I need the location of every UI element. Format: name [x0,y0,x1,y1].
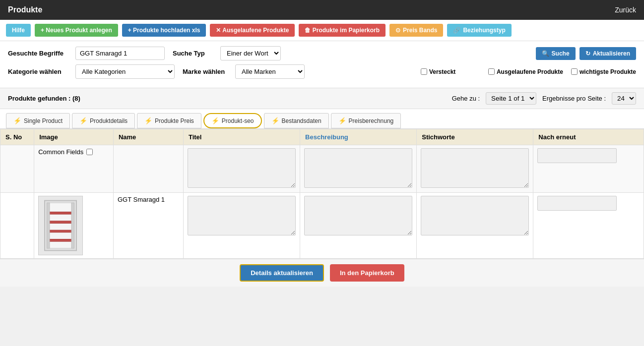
common-stichworte-cell[interactable] [417,145,533,193]
tab-single-product-label: Single Product [24,117,63,124]
common-stichworte-textarea[interactable] [421,148,529,188]
col-titel: Titel [183,129,300,145]
row-beschreibung-textarea[interactable] [304,196,412,235]
back-link[interactable]: Zurück [615,6,636,14]
flash-icon-4: ⚡ [211,117,219,124]
col-stichworte: Stichworte [417,129,533,145]
gehe-zu-label: Gehe zu : [452,95,480,102]
product-name: GGT Smaragd 1 [118,196,165,203]
product-image [38,196,83,255]
search-area: Gesuchte Begriffe Suche Typ Einer der Wo… [0,41,644,88]
flash-icon-3: ⚡ [144,117,152,124]
results-bar: Produkte gefunden : (8) Gehe zu : Seite … [0,88,644,109]
col-nach-erneut: Nach erneut [533,129,644,145]
preis-bands-button[interactable]: ⊙ Preis Bands [389,24,443,37]
col-sno: S. No [0,129,34,145]
col-beschreibung[interactable]: Beschreibung [300,129,417,145]
tab-produkte-preis-label: Produkte Preis [155,117,194,124]
flash-icon-2: ⚡ [79,117,87,124]
products-found: Produkte gefunden : (8) [8,95,80,102]
footer-bar: Details aktualisieren In den Papierkorb [0,259,644,287]
row-titel-textarea[interactable] [188,196,296,235]
common-titel-cell[interactable] [183,145,300,193]
kategorie-label: Kategorie wählen [8,68,67,75]
suche-label: Suche [552,50,570,57]
preis-bands-label: Preis Bands [403,27,437,34]
page-select[interactable]: Seite 1 of 1 [486,92,536,105]
marke-select[interactable]: Alle Marken [235,64,305,79]
suchbegriffe-label: Gesuchte Begriffe [8,50,67,57]
tab-bestandsdaten[interactable]: ⚡ Bestandsdaten [264,113,329,128]
col-image: Image [34,129,114,145]
row-beschreibung[interactable] [300,193,417,259]
tab-produkt-seo-label: Produkt-seo [222,117,254,124]
common-beschreibung-textarea[interactable] [304,148,412,188]
common-titel-textarea[interactable] [188,148,296,188]
refresh-icon: ↻ [585,50,590,57]
details-aktualisieren-button[interactable]: Details aktualisieren [240,264,324,282]
common-beschreibung-cell[interactable] [300,145,417,193]
row-titel[interactable] [183,193,300,259]
aktualisieren-label: Aktualisieren [593,50,630,57]
flash-icon-5: ⚡ [271,117,279,124]
tabs-bar: ⚡ Single Product ⚡ Produktdetails ⚡ Prod… [0,109,644,129]
row-stichworte-textarea[interactable] [421,196,529,235]
row-stichworte[interactable] [417,193,533,259]
tab-produkte-preis[interactable]: ⚡ Produkte Preis [137,113,201,128]
common-nach-erneut-input[interactable] [537,148,617,163]
col-name: Name [113,129,183,145]
per-page-select[interactable]: 24 [612,92,636,105]
door-svg [41,198,80,253]
flash-icon-1: ⚡ [13,117,21,124]
row-name: GGT Smaragd 1 [113,193,183,259]
tab-produkt-seo[interactable]: ⚡ Produkt-seo [203,113,262,128]
common-fields-checkbox[interactable] [86,149,93,155]
row-nach-erneut-input[interactable] [537,196,617,211]
svg-rect-5 [47,239,74,242]
versteckt-checkbox-label[interactable]: Versteckt [421,68,480,75]
tab-single-product[interactable]: ⚡ Single Product [6,113,70,128]
common-fields-row: Common Fields [0,145,644,193]
wichtigste-checkbox[interactable] [571,68,578,75]
row-image [34,193,114,259]
tab-bestandsdaten-label: Bestandsdaten [282,117,322,124]
svg-rect-7 [71,203,74,248]
ausgelaufen-checkbox-label[interactable]: Ausgelaufene Produkte [488,68,563,75]
search-icon: 🔍 [542,50,549,57]
papierkorb-button[interactable]: 🗑 Produkte im Papierkorb [299,24,386,37]
upload-xls-button[interactable]: + Produkte hochladen xls [122,24,206,37]
versteckt-checkbox[interactable] [421,68,427,75]
ergebnisse-label: Ergebnisse pro Seite : [542,95,606,102]
new-product-button[interactable]: + Neues Produkt anlegen [35,24,118,37]
common-sno [0,145,34,193]
papierkorb-footer-button[interactable]: In den Papierkorb [330,264,404,282]
row-nach-erneut[interactable] [533,193,644,259]
svg-rect-6 [47,203,50,248]
aktualisieren-button[interactable]: ↻ Aktualisieren [580,47,636,60]
preis-icon: ⊙ [395,27,400,34]
beziehungstyp-button[interactable]: 🔗 Beziehungstyp [447,24,511,37]
page-title: Produkte [8,5,42,14]
suche-typ-label: Suche Typ [173,50,212,57]
svg-rect-3 [47,221,74,224]
marke-label: Marke wählen [183,68,227,75]
suche-typ-select[interactable]: Einer der Wort [220,46,281,60]
help-button[interactable]: Hilfe [6,24,31,37]
suche-button[interactable]: 🔍 Suche [536,47,576,60]
common-image-cell: Common Fields [34,145,114,193]
tab-preisberechnung-label: Preisberechnung [349,117,394,124]
flash-icon-6: ⚡ [338,117,346,124]
svg-rect-2 [47,212,74,215]
svg-rect-4 [47,230,74,232]
suchbegriffe-input[interactable] [75,47,165,60]
ausgelaufen-checkbox[interactable] [488,68,495,75]
kategorie-select[interactable]: Alle Kategorien [75,64,175,79]
tab-produktdetails[interactable]: ⚡ Produktdetails [72,113,135,128]
toolbar: Hilfe + Neues Produkt anlegen + Produkte… [0,20,644,41]
common-fields-label: Common Fields [38,148,83,156]
common-nach-erneut-cell[interactable] [533,145,644,193]
expired-products-button[interactable]: ✕ Ausgelaufene Produkte [210,24,295,37]
tab-preisberechnung[interactable]: ⚡ Preisberechnung [331,113,401,128]
page-header: Produkte Zurück [0,0,644,20]
wichtigste-checkbox-label[interactable]: wichtigste Produkte [571,68,636,75]
